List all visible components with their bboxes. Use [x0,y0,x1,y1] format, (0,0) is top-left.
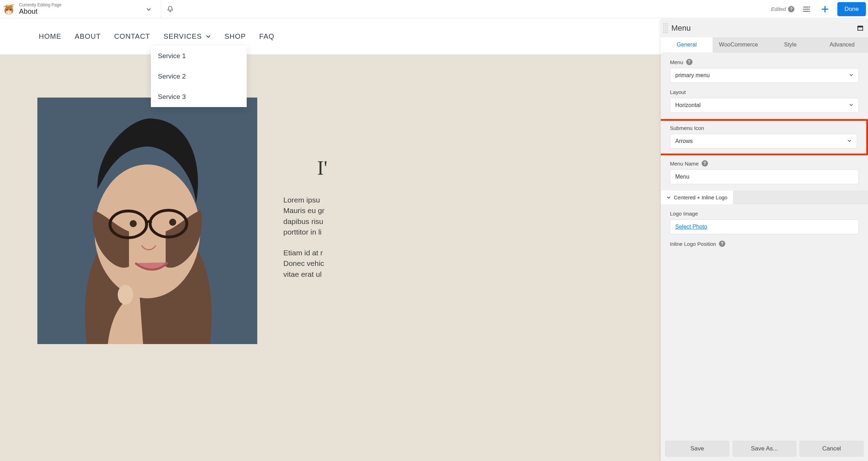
text-line: dapibus risu [283,217,323,225]
help-icon[interactable]: ? [788,6,794,12]
layout-select[interactable]: Horizontal [670,98,859,113]
paragraph-2: Etiam id at r Donec vehic vitae erat ul [283,248,431,280]
menu-name-input[interactable]: Menu [670,169,859,184]
settings-panel: Menu General WooCommerce Style Advanced … [661,19,868,461]
done-button[interactable]: Done [837,2,866,16]
highlighted-field: Submenu Icon Arrows [661,119,868,155]
chevron-down-icon [205,33,211,39]
outline-button[interactable] [801,3,813,15]
field-menu: Menu ? primary menu [670,59,859,83]
submenu-icon-select[interactable]: Arrows [670,134,857,149]
field-inline-logo-position-label: Inline Logo Position [670,241,716,247]
tab-style[interactable]: Style [764,37,816,52]
section-body: Logo Image Select Photo Inline Logo Posi… [670,204,859,247]
field-submenu-icon: Submenu Icon Arrows [670,125,857,149]
menu-select-value: primary menu [675,72,710,79]
app-logo [1,2,16,17]
panel-title: Menu [671,24,691,33]
tab-advanced[interactable]: Advanced [816,37,868,52]
about-photo [37,98,257,344]
svg-point-8 [809,11,810,12]
text-line: Etiam id at r [283,249,323,257]
text-line: Donec vehic [283,259,324,267]
svg-point-14 [169,219,176,226]
nav-item-about[interactable]: ABOUT [75,32,101,41]
field-submenu-icon-label: Submenu Icon [670,125,704,131]
paragraph-1: Lorem ipsu Mauris eu gr dapibus risu por… [283,195,431,238]
menu-name-value: Menu [675,174,689,180]
field-layout-label: Layout [670,89,686,95]
svg-point-7 [803,8,804,10]
field-logo-image-label: Logo Image [670,211,698,217]
tab-general[interactable]: General [661,37,713,52]
text-line: Mauris eu gr [283,206,325,214]
help-icon[interactable]: ? [719,241,725,247]
submenu-icon-select-value: Arrows [675,138,693,144]
notifications-button[interactable] [161,0,179,18]
field-menu-label: Menu [670,59,683,65]
page-subtitle: Currently Editing Page [19,3,61,7]
text-line: Lorem ipsu [283,196,320,204]
chevron-down-icon [847,138,852,144]
svg-rect-4 [8,12,10,14]
edited-status: Edited ? [771,6,795,12]
nav-item-services[interactable]: SERVICES [164,32,211,41]
page-title: About [19,7,61,15]
text-line: porttitor in li [283,228,322,236]
svg-point-13 [130,220,137,227]
chevron-down-icon [849,102,854,108]
tab-woocommerce[interactable]: WooCommerce [713,37,764,52]
chevron-down-icon [849,72,854,79]
section-label: Centered + Inline Logo [674,194,727,200]
chevron-down-icon [666,195,671,200]
page-switch-dropdown[interactable] [142,2,156,16]
page-info: Currently Editing Page About [19,3,61,15]
submenu-item-service-3[interactable]: Service 3 [151,87,247,107]
cancel-button[interactable]: Cancel [799,441,864,457]
save-button[interactable]: Save [665,441,730,457]
submenu-item-service-1[interactable]: Service 1 [151,46,247,66]
edited-label: Edited [771,6,786,12]
save-as-button[interactable]: Save As... [732,441,797,457]
panel-header[interactable]: Menu [661,19,868,37]
field-inline-logo-position: Inline Logo Position ? [670,241,859,247]
nav-item-shop[interactable]: SHOP [224,32,246,41]
topbar-right: Edited ? Done [771,2,868,16]
submenu-item-service-2[interactable]: Service 2 [151,66,247,87]
logo-image-select[interactable]: Select Photo [670,219,859,234]
field-layout: Layout Horizontal [670,89,859,113]
select-photo-link[interactable]: Select Photo [675,224,707,230]
field-logo-image: Logo Image Select Photo [670,211,859,234]
field-menu-name: Menu Name ? Menu [670,160,859,184]
nav-item-home[interactable]: HOME [39,32,61,41]
field-menu-name-label: Menu Name [670,161,699,167]
panel-tabs: General WooCommerce Style Advanced [661,37,868,52]
topbar: Currently Editing Page About Edited ? Do… [0,0,868,18]
nav-item-contact[interactable]: CONTACT [114,32,150,41]
panel-actions: Save Save As... Cancel [661,436,868,461]
svg-point-3 [10,9,11,11]
topbar-left: Currently Editing Page About [0,0,161,18]
nav-item-services-label: SERVICES [164,32,202,41]
svg-point-2 [6,9,8,11]
svg-point-15 [118,285,133,305]
section-centered-inline-logo: Centered + Inline Logo [661,191,868,204]
maximize-icon[interactable] [857,26,863,31]
help-icon[interactable]: ? [686,59,692,65]
help-icon[interactable]: ? [702,160,708,167]
services-submenu: Service 1 Service 2 Service 3 [151,46,247,107]
panel-body: Menu ? primary menu Layout Horizontal [661,52,868,436]
menu-select[interactable]: primary menu [670,68,859,83]
layout-select-value: Horizontal [675,102,701,108]
nav-item-faq[interactable]: FAQ [259,32,275,41]
section-toggle[interactable]: Centered + Inline Logo [661,191,733,204]
heading-fragment: I' [317,157,327,179]
drag-handle-icon[interactable] [663,23,668,33]
svg-point-6 [809,6,810,7]
add-button[interactable] [819,3,831,15]
text-line: vitae erat ul [283,270,322,278]
